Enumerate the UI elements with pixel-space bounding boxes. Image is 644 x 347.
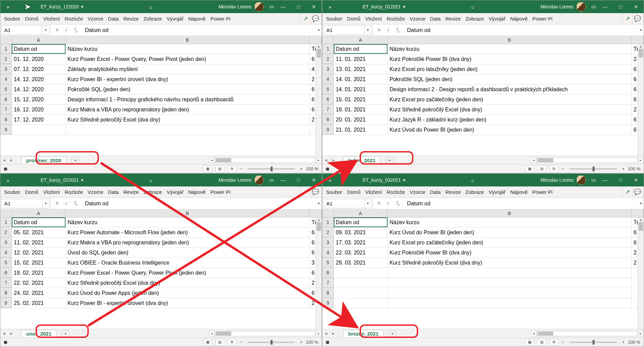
column-header-C[interactable] <box>632 209 644 217</box>
cell[interactable]: Kurz Úvod do Power BI (jeden den) <box>388 228 632 237</box>
tab-nav-next-icon[interactable]: ► <box>8 331 15 336</box>
ribbon-tab[interactable]: Vývojář <box>164 186 186 198</box>
row-header[interactable]: 7 <box>322 278 334 288</box>
row-header[interactable]: 6 <box>322 95 334 104</box>
cell[interactable]: 17. 12. 2020 <box>12 115 66 125</box>
worksheet-grid[interactable]: AB1Datum odNázev kurzuTr211. 01. 2021Kur… <box>322 36 644 155</box>
cell[interactable]: 14. 12. 2020 <box>12 84 66 94</box>
view-normal-icon[interactable]: ▦ <box>525 166 534 172</box>
cell[interactable]: Datum od <box>334 44 388 54</box>
sheet-tab[interactable]: prosinec_2020 <box>21 157 66 164</box>
ribbon-tab[interactable]: Vložení <box>363 13 384 25</box>
row-header[interactable]: 7 <box>322 105 334 114</box>
zoom-slider[interactable] <box>570 168 617 170</box>
cell[interactable]: Kurz Středně pokročilý Excel (dva dny) <box>66 278 310 288</box>
zoom-out-button[interactable]: − <box>240 166 242 171</box>
enter-formula-icon[interactable]: ✓ <box>64 27 70 33</box>
cell[interactable]: 11. 01. 2021 <box>334 54 388 64</box>
name-box[interactable]: A1▼ <box>0 198 51 209</box>
column-header-A[interactable]: A <box>12 209 66 217</box>
formula-bar[interactable]: Datum od <box>82 27 316 33</box>
scroll-left-icon[interactable]: ◄ <box>531 158 537 163</box>
cell[interactable]: Kurz Power Excel - Power Query, Power Pi… <box>66 54 310 64</box>
cell[interactable]: Kurz Jazyk R - základní kurz (jeden den) <box>388 115 632 125</box>
search-icon[interactable]: ⌕ <box>469 4 477 10</box>
ribbon-tab[interactable]: Rozlože <box>384 186 407 198</box>
row-header[interactable]: 3 <box>0 238 12 247</box>
ribbon-tab[interactable]: Data <box>106 13 121 25</box>
ribbon-tab[interactable]: Rozlože <box>62 13 85 25</box>
cell[interactable] <box>66 125 310 135</box>
ribbon-tab[interactable]: Data <box>428 186 443 198</box>
cell[interactable]: Kurz Úvod do Power BI (jeden den) <box>388 125 632 135</box>
row-header[interactable]: 2 <box>322 228 334 237</box>
enter-formula-icon[interactable]: ✓ <box>386 27 392 33</box>
user-account[interactable]: Miroslav Lorenc <box>218 2 264 11</box>
cell[interactable]: 09. 03. 2021 <box>334 228 388 237</box>
new-sheet-button[interactable]: + <box>385 157 394 164</box>
cell[interactable]: Název kurzu <box>388 44 632 54</box>
view-normal-icon[interactable]: ▦ <box>525 339 534 346</box>
scroll-right-icon[interactable]: ► <box>638 331 644 336</box>
cell[interactable]: Úvod do SQL (jeden den) <box>66 248 310 257</box>
more-icon[interactable]: » <box>326 4 334 10</box>
ribbon-tab[interactable]: Domů <box>23 186 41 198</box>
cell[interactable]: 11. 02. 2021 <box>12 238 66 247</box>
scrollbar-thumb[interactable] <box>216 332 231 336</box>
scrollbar-thumb[interactable] <box>317 49 321 58</box>
vertical-scrollbar[interactable]: ▲ <box>316 44 322 155</box>
scroll-left-icon[interactable]: ◄ <box>209 158 215 163</box>
scroll-right-icon[interactable]: ► <box>638 158 644 163</box>
cell[interactable]: Design informací 2 - Design reportů a da… <box>388 84 632 94</box>
horizontal-scrollbar[interactable]: ◄► <box>209 158 322 163</box>
share-icon[interactable]: ↗ <box>622 186 632 198</box>
zoom-level-label[interactable]: 100 % <box>628 166 640 171</box>
record-macro-icon[interactable]: ⏺ <box>322 166 332 172</box>
tab-nav-prev-icon[interactable]: ◄ <box>322 331 330 336</box>
row-header[interactable]: 7 <box>0 278 12 288</box>
cell[interactable]: Název kurzu <box>66 44 310 54</box>
ribbon-tab[interactable]: Vzorce <box>407 13 428 25</box>
cell[interactable]: Název kurzu <box>66 217 310 227</box>
cell[interactable]: Základy analytického myšlení <box>66 64 310 74</box>
cell[interactable] <box>388 278 632 288</box>
ribbon-tab[interactable]: Vývojář <box>486 13 508 25</box>
cell[interactable]: 01. 12. 2020 <box>12 54 66 64</box>
cell[interactable]: Kurz Makra a VBA pro neprogramátory (jed… <box>66 238 310 247</box>
row-header[interactable]: 8 <box>0 288 12 298</box>
ribbon-tab[interactable]: Revize <box>443 186 463 198</box>
scroll-left-icon[interactable]: ◄ <box>209 331 215 336</box>
cancel-formula-icon[interactable]: ✕ <box>376 201 382 206</box>
ribbon-tab[interactable]: Nápově <box>508 13 530 25</box>
scroll-up-icon[interactable]: ▲ <box>638 44 644 49</box>
cell[interactable]: Název kurzu <box>388 217 632 227</box>
ribbon-tab[interactable]: Power Pi <box>530 186 555 198</box>
cell[interactable]: 12. 02. 2021 <box>12 248 66 257</box>
cell[interactable]: Kurz Power BI - expertní úroveň (dva dny… <box>66 298 310 308</box>
ribbon-display-icon[interactable]: ▭ <box>268 177 275 183</box>
cell[interactable]: 17. 03. 2021 <box>334 238 388 247</box>
scroll-up-icon[interactable]: ▲ <box>316 217 322 222</box>
row-header[interactable]: 9 <box>322 125 334 135</box>
ribbon-display-icon[interactable]: ▭ <box>590 4 597 10</box>
name-box[interactable]: A1▼ <box>322 198 373 209</box>
chevron-down-icon[interactable]: ▼ <box>43 26 49 35</box>
zoom-in-button[interactable]: + <box>622 340 625 345</box>
ribbon-tab[interactable]: Zobraze <box>141 186 164 198</box>
expand-formula-icon[interactable]: ▼ <box>638 28 644 32</box>
row-header[interactable]: 1 <box>322 217 334 227</box>
horizontal-scrollbar[interactable]: ◄► <box>531 331 644 336</box>
record-macro-icon[interactable]: ⏺ <box>322 339 332 345</box>
cancel-formula-icon[interactable]: ✕ <box>54 27 60 33</box>
comments-icon[interactable]: 💬 <box>632 186 642 198</box>
view-pagelayout-icon[interactable]: ▥ <box>215 339 224 346</box>
cell[interactable]: 22. 02. 2021 <box>12 278 66 288</box>
row-header[interactable]: 6 <box>0 268 12 278</box>
view-pagebreak-icon[interactable]: ⧉ <box>228 339 236 346</box>
cell[interactable]: 18. 01. 2021 <box>334 105 388 114</box>
cell[interactable]: 29. 03. 2021 <box>334 258 388 268</box>
cell[interactable]: Datum od <box>12 44 66 54</box>
cell[interactable] <box>388 288 632 298</box>
new-sheet-button[interactable]: + <box>71 157 80 164</box>
row-header[interactable]: 5 <box>0 258 12 268</box>
